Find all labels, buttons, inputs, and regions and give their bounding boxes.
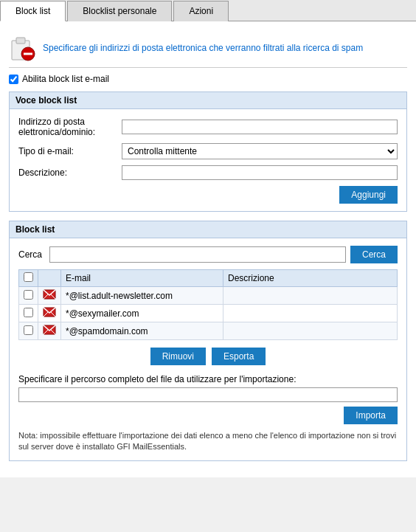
row-checkbox-cell — [19, 305, 38, 322]
search-row: Cerca Cerca — [18, 246, 398, 263]
row-email: *@sexymailer.com — [61, 305, 223, 322]
table-row: *@spamdomain.com — [19, 322, 398, 340]
add-button[interactable]: Aggiungi — [339, 186, 398, 204]
remove-button[interactable]: Rimuovi — [150, 348, 206, 365]
voce-section-body: Indirizzo di posta elettronica/dominio: … — [10, 109, 406, 211]
tab-bar: Block list Blocklist personale Azioni — [0, 0, 416, 21]
col-header-desc: Descrizione — [223, 270, 398, 287]
blocklist-section-title: Block list — [10, 221, 406, 238]
add-button-row: Aggiungi — [18, 186, 398, 204]
import-label: Specificare il percorso completo del fil… — [18, 374, 398, 384]
spam-icon — [9, 35, 35, 61]
address-label: Indirizzo di posta elettronica/dominio: — [18, 117, 122, 137]
row-icon-cell — [38, 305, 61, 322]
import-note: Nota: impossibile effettuare l'importazi… — [18, 430, 398, 453]
tab-azioni[interactable]: Azioni — [173, 1, 229, 21]
header-info: Specificare gli indirizzi di posta elett… — [9, 29, 407, 68]
import-section: Specificare il percorso completo del fil… — [18, 374, 398, 453]
table-row: *@list.adult-newsletter.com — [19, 287, 398, 305]
search-input[interactable] — [49, 246, 346, 263]
main-content: Specificare gli indirizzi di posta elett… — [0, 21, 416, 477]
search-button[interactable]: Cerca — [350, 246, 398, 263]
svg-rect-1 — [16, 38, 25, 44]
blocklist-section: Block list Cerca Cerca E-mail Descr — [9, 221, 407, 461]
row-checkbox-cell — [19, 287, 38, 305]
row-desc — [223, 322, 398, 340]
row-desc — [223, 287, 398, 305]
header-description: Specificare gli indirizzi di posta elett… — [43, 43, 363, 53]
row-icon-cell — [38, 322, 61, 340]
col-header-email: E-mail — [61, 270, 223, 287]
import-button[interactable]: Importa — [344, 407, 398, 424]
row-desc — [223, 305, 398, 322]
voce-section: Voce block list Indirizzo di posta elett… — [9, 91, 407, 212]
table-row: *@sexymailer.com — [19, 305, 398, 322]
enable-blocklist-row: Abilita block list e-mail — [9, 74, 407, 84]
email-blocked-icon — [43, 289, 56, 300]
import-btn-row: Importa — [18, 407, 398, 424]
action-buttons-row: Rimuovi Esporta — [18, 348, 398, 365]
select-all-checkbox[interactable] — [24, 272, 33, 282]
type-select[interactable]: Controlla mittente Controlla destinatari… — [122, 143, 398, 159]
row-checkbox[interactable] — [24, 290, 33, 300]
type-row: Tipo di e-mail: Controlla mittente Contr… — [18, 143, 398, 159]
row-email: *@list.adult-newsletter.com — [61, 287, 223, 305]
email-blocked-icon — [43, 325, 56, 335]
address-input[interactable] — [122, 120, 398, 134]
col-header-icon — [38, 270, 61, 287]
desc-label: Descrizione: — [18, 167, 122, 178]
enable-blocklist-checkbox[interactable] — [9, 75, 18, 84]
export-button[interactable]: Esporta — [212, 348, 266, 365]
search-label: Cerca — [18, 249, 42, 260]
blocklist-section-body: Cerca Cerca E-mail Descrizione — [10, 238, 406, 460]
row-icon-cell — [38, 287, 61, 305]
import-path-input[interactable] — [18, 387, 398, 402]
type-label: Tipo di e-mail: — [18, 146, 122, 156]
row-email: *@spamdomain.com — [61, 322, 223, 340]
desc-row: Descrizione: — [18, 165, 398, 180]
blocklist-table: E-mail Descrizione — [18, 269, 398, 340]
col-header-check — [19, 270, 38, 287]
tab-block-list[interactable]: Block list — [0, 1, 66, 21]
enable-blocklist-label: Abilita block list e-mail — [22, 74, 109, 84]
row-checkbox[interactable] — [24, 308, 33, 317]
email-blocked-icon — [43, 307, 56, 317]
tab-blocklist-personale[interactable]: Blocklist personale — [67, 1, 172, 21]
desc-input[interactable] — [122, 165, 398, 180]
voce-section-title: Voce block list — [10, 92, 406, 109]
address-row: Indirizzo di posta elettronica/dominio: — [18, 117, 398, 137]
row-checkbox-cell — [19, 322, 38, 340]
row-checkbox[interactable] — [24, 325, 33, 335]
